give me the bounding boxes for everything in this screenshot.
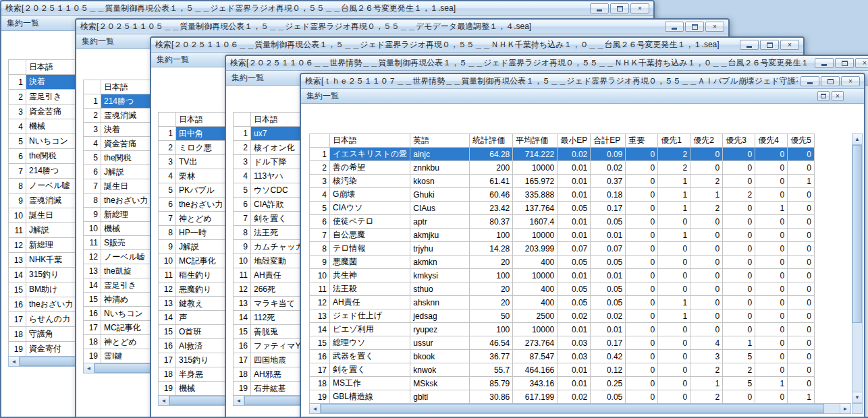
cell[interactable]: ファティマY (251, 339, 308, 353)
cell[interactable]: 0 (690, 242, 723, 256)
cell[interactable]: 0 (626, 256, 658, 269)
cell[interactable]: sthuo (410, 282, 470, 296)
scrollbar-track[interactable] (852, 145, 862, 392)
table-row[interactable]: 17315釣り (159, 353, 233, 367)
cell[interactable]: 100 (470, 323, 513, 336)
cell[interactable]: 1 (690, 188, 723, 202)
close-button[interactable]: × (855, 58, 868, 68)
row-number[interactable]: 1 (234, 127, 251, 141)
table-row[interactable]: 7自公悪魔akmjku100100000.010.01010000 (310, 229, 815, 242)
cell[interactable]: 鍵教え (176, 297, 233, 311)
row-number[interactable]: 4 (84, 137, 101, 151)
cell[interactable]: 栗林 (176, 169, 233, 183)
cell[interactable]: 2 (690, 202, 723, 215)
table-row[interactable]: 6使徒ペテロaptr80.371607.40.010.05000000 (310, 215, 815, 229)
table-row[interactable]: 19資金寄付 (9, 342, 83, 357)
cell[interactable]: 0 (755, 188, 788, 202)
cell[interactable]: 0 (658, 323, 690, 336)
cell[interactable]: 0 (788, 269, 815, 282)
cell[interactable]: Ghuki (410, 188, 470, 202)
cell[interactable]: 2500 (513, 309, 558, 323)
cell[interactable]: 0.01 (558, 269, 591, 282)
cell[interactable]: MS工作 (330, 377, 410, 390)
cell[interactable]: 0.01 (558, 323, 591, 336)
column-header[interactable]: 平均評価 (513, 134, 558, 148)
cell[interactable]: 0 (755, 242, 788, 256)
scroll-right-button[interactable]: ► (840, 404, 850, 413)
cell[interactable]: 0 (755, 323, 788, 336)
cell[interactable]: 法王殺 (330, 282, 410, 296)
cell[interactable]: 1 (658, 202, 690, 215)
row-number[interactable]: 19 (310, 390, 330, 404)
cell[interactable]: 核イオン化 (251, 141, 308, 155)
scroll-left-button[interactable]: ◄ (9, 357, 20, 366)
cell[interactable]: 0 (755, 350, 788, 363)
row-number[interactable]: 3 (9, 104, 26, 119)
cell[interactable]: 0 (788, 148, 815, 161)
row-number[interactable]: 2 (9, 90, 26, 104)
cell[interactable]: 46.54 (470, 336, 513, 350)
cell[interactable]: 法王死 (251, 226, 308, 240)
cell[interactable]: 0.01 (591, 269, 626, 282)
cell[interactable]: 0 (626, 377, 658, 390)
cell[interactable]: 0 (788, 256, 815, 269)
table-row[interactable]: 2霊魂消滅 (84, 109, 158, 123)
cell[interactable]: ryupez (410, 323, 470, 336)
cell[interactable]: 0 (626, 161, 658, 175)
cell[interactable]: 343.16 (513, 377, 558, 390)
scrollbar-thumb[interactable] (94, 363, 157, 373)
cell[interactable]: 0 (723, 256, 755, 269)
cell[interactable]: 2 (723, 363, 755, 377)
table-row[interactable]: 8法王死 (234, 226, 308, 240)
cell[interactable]: 悪魔釣り (176, 282, 233, 297)
cell[interactable]: S販売 (101, 236, 158, 250)
cell[interactable]: 0 (755, 256, 788, 269)
window-titlebar[interactable]: 検索[ｔｈｅ２５１１０７＿＿世界情勢＿＿質量制御再現公表１，５＿＿ジェド霊界ラジ… (301, 74, 864, 89)
row-number[interactable]: 3 (234, 155, 251, 169)
cell[interactable]: 0 (723, 282, 755, 296)
cell[interactable]: 0 (626, 296, 658, 309)
table-row[interactable]: 12AH責任ahsknn204000.050.05010000 (310, 296, 815, 309)
cell[interactable]: 0 (723, 202, 755, 215)
table-row[interactable]: 5CIAウソCIAus23.42137.7640.050.17012010 (310, 202, 815, 215)
cell[interactable]: 0 (788, 215, 815, 229)
row-number[interactable]: 8 (159, 226, 176, 240)
row-number[interactable]: 8 (310, 242, 330, 256)
cell[interactable]: theおざい力 (176, 198, 233, 212)
cell[interactable]: 0.12 (591, 363, 626, 377)
cell[interactable]: aptr (410, 215, 470, 229)
row-number[interactable]: 5 (310, 202, 330, 215)
cell[interactable]: 0 (626, 269, 658, 282)
table-row[interactable]: 14ピエゾ利用ryupez100100000.010.01000000 (310, 323, 815, 336)
cell[interactable]: ノーベル嘘 (101, 250, 158, 264)
cell[interactable]: 0.37 (591, 175, 626, 188)
cell[interactable]: 0 (690, 148, 723, 161)
cell[interactable]: 0 (626, 390, 658, 404)
cell[interactable]: 0 (658, 269, 690, 282)
table-row[interactable]: 15BM助け (9, 282, 83, 297)
cell[interactable]: trjyhu (410, 242, 470, 256)
maximize-button[interactable] (685, 22, 704, 32)
cell[interactable]: 0 (658, 242, 690, 256)
cell[interactable]: 共生神 (330, 269, 410, 282)
cell[interactable]: 315釣り (26, 268, 83, 282)
cell[interactable]: 1 (690, 377, 723, 390)
table-row[interactable]: 1イエスキリストの愛ainjc64.28714.2220.020.0902000… (310, 148, 815, 161)
table-row[interactable]: 10誕生日 (9, 208, 83, 223)
cell[interactable]: 1607.4 (513, 215, 558, 229)
cell[interactable]: 2 (690, 363, 723, 377)
cell[interactable]: 霊魂消滅 (101, 109, 158, 123)
row-number[interactable]: 14 (310, 323, 330, 336)
cell[interactable]: 誕生日 (101, 179, 158, 193)
cell[interactable]: 0 (626, 188, 658, 202)
close-button[interactable]: × (705, 22, 724, 32)
cell[interactable]: 23.42 (470, 202, 513, 215)
scroll-left-button[interactable]: ◄ (234, 396, 244, 405)
cell[interactable]: ミロク悪 (176, 141, 233, 155)
table-row[interactable]: 7剣を置く (234, 212, 308, 226)
cell[interactable]: 0 (723, 229, 755, 242)
row-number[interactable]: 15 (310, 336, 330, 350)
maximize-button[interactable] (835, 58, 854, 68)
row-number[interactable]: 9 (9, 193, 26, 208)
cell[interactable]: 0 (626, 282, 658, 296)
